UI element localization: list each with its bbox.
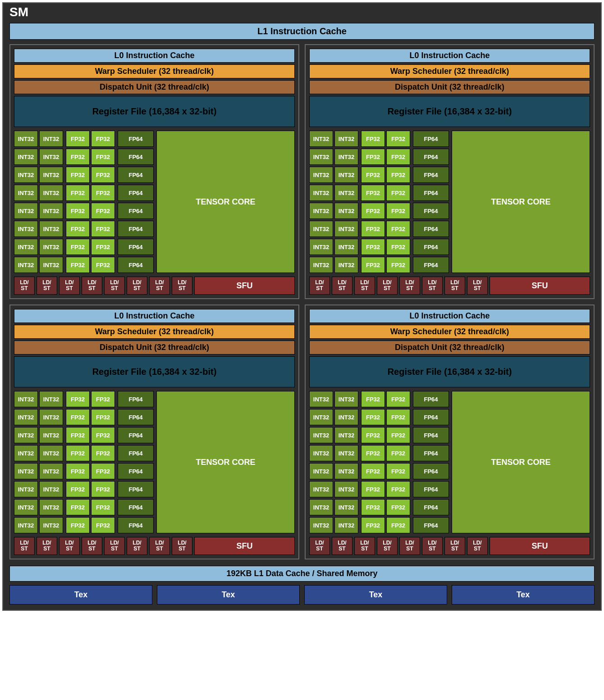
l0-instruction-cache: L0 Instruction Cache: [14, 49, 295, 63]
ldst-unit: LD/ST: [37, 537, 57, 555]
fp64-unit: FP64: [118, 481, 154, 497]
ldst-unit: LD/ST: [377, 537, 398, 555]
fp32-unit: FP32: [66, 517, 90, 533]
fp32-unit: FP32: [361, 517, 385, 533]
int32-unit: INT32: [39, 391, 63, 407]
int32-unit: INT32: [14, 167, 38, 183]
fp32-unit: FP32: [361, 221, 385, 237]
int32-unit: INT32: [334, 481, 358, 497]
fp32-column: FP32FP32FP32FP32FP32FP32FP32FP32FP32FP32…: [361, 131, 410, 273]
int32-unit: INT32: [309, 131, 333, 147]
int32-unit: INT32: [14, 427, 38, 443]
partition: L0 Instruction CacheWarp Scheduler (32 t…: [305, 44, 595, 299]
tex-unit: Tex: [9, 585, 152, 605]
ldst-unit: LD/ST: [104, 277, 125, 295]
fp64-unit: FP64: [118, 221, 154, 237]
int32-unit: INT32: [14, 221, 38, 237]
sm-container: SM L1 Instruction Cache L0 Instruction C…: [2, 2, 602, 611]
fp64-unit: FP64: [118, 167, 154, 183]
l1-data-cache: 192KB L1 Data Cache / Shared Memory: [9, 566, 595, 582]
ldst-unit: LD/ST: [399, 277, 420, 295]
int32-unit: INT32: [14, 257, 38, 273]
fp32-unit: FP32: [386, 239, 410, 255]
int32-unit: INT32: [14, 149, 38, 165]
fp32-unit: FP32: [386, 445, 410, 461]
fp64-unit: FP64: [118, 131, 154, 147]
fp32-unit: FP32: [91, 221, 115, 237]
fp32-unit: FP32: [91, 185, 115, 201]
ldst-unit: LD/ST: [332, 537, 352, 555]
int32-unit: INT32: [14, 131, 38, 147]
ldst-unit: LD/ST: [422, 277, 443, 295]
sfu-unit: SFU: [490, 537, 590, 555]
int32-unit: INT32: [334, 463, 358, 479]
fp64-unit: FP64: [118, 409, 154, 425]
fp32-unit: FP32: [361, 257, 385, 273]
fp64-column: FP64FP64FP64FP64FP64FP64FP64FP64: [413, 131, 449, 273]
fp32-unit: FP32: [66, 445, 90, 461]
ldst-unit: LD/ST: [467, 537, 488, 555]
ldst-unit: LD/ST: [127, 537, 147, 555]
register-file: Register File (16,384 x 32-bit): [309, 356, 590, 387]
execution-units: INT32INT32INT32INT32INT32INT32INT32INT32…: [14, 131, 295, 273]
int32-unit: INT32: [309, 185, 333, 201]
fp32-unit: FP32: [386, 517, 410, 533]
int32-column: INT32INT32INT32INT32INT32INT32INT32INT32…: [309, 131, 358, 273]
int32-unit: INT32: [309, 481, 333, 497]
int32-unit: INT32: [334, 391, 358, 407]
ldst-row: LD/STLD/STLD/STLD/STLD/STLD/STLD/STLD/ST…: [309, 277, 590, 295]
partitions-grid: L0 Instruction CacheWarp Scheduler (32 t…: [3, 44, 601, 565]
fp64-unit: FP64: [413, 167, 449, 183]
fp32-unit: FP32: [386, 409, 410, 425]
fp32-unit: FP32: [66, 499, 90, 515]
ldst-unit: LD/ST: [14, 537, 35, 555]
fp64-unit: FP64: [413, 257, 449, 273]
partition: L0 Instruction CacheWarp Scheduler (32 t…: [9, 44, 299, 299]
ldst-unit: LD/ST: [467, 277, 488, 295]
fp32-unit: FP32: [91, 203, 115, 219]
fp64-unit: FP64: [118, 517, 154, 533]
fp64-unit: FP64: [118, 257, 154, 273]
fp32-column: FP32FP32FP32FP32FP32FP32FP32FP32FP32FP32…: [66, 131, 115, 273]
ldst-unit: LD/ST: [59, 537, 80, 555]
tex-unit: Tex: [304, 585, 447, 605]
l1-instruction-cache: L1 Instruction Cache: [9, 23, 595, 40]
int32-unit: INT32: [39, 409, 63, 425]
fp64-unit: FP64: [118, 203, 154, 219]
int32-unit: INT32: [14, 239, 38, 255]
fp32-unit: FP32: [361, 131, 385, 147]
int32-unit: INT32: [309, 239, 333, 255]
dispatch-unit: Dispatch Unit (32 thread/clk): [309, 80, 590, 94]
fp32-unit: FP32: [386, 203, 410, 219]
partition: L0 Instruction CacheWarp Scheduler (32 t…: [9, 305, 299, 559]
fp64-unit: FP64: [413, 149, 449, 165]
int32-unit: INT32: [334, 185, 358, 201]
ldst-unit: LD/ST: [104, 537, 125, 555]
execution-units: INT32INT32INT32INT32INT32INT32INT32INT32…: [309, 391, 590, 533]
fp64-unit: FP64: [413, 131, 449, 147]
fp64-unit: FP64: [118, 149, 154, 165]
fp64-unit: FP64: [413, 463, 449, 479]
fp64-unit: FP64: [413, 445, 449, 461]
int32-unit: INT32: [309, 427, 333, 443]
fp32-unit: FP32: [91, 499, 115, 515]
int32-unit: INT32: [309, 409, 333, 425]
int32-unit: INT32: [334, 445, 358, 461]
ldst-unit: LD/ST: [332, 277, 352, 295]
int32-unit: INT32: [334, 167, 358, 183]
ldst-unit: LD/ST: [172, 537, 192, 555]
dispatch-unit: Dispatch Unit (32 thread/clk): [14, 80, 295, 94]
register-file: Register File (16,384 x 32-bit): [14, 356, 295, 387]
fp32-unit: FP32: [361, 391, 385, 407]
sfu-unit: SFU: [490, 277, 590, 295]
fp64-column: FP64FP64FP64FP64FP64FP64FP64FP64: [118, 131, 154, 273]
ldst-unit: LD/ST: [399, 537, 420, 555]
int32-unit: INT32: [334, 499, 358, 515]
int32-unit: INT32: [334, 203, 358, 219]
fp64-unit: FP64: [413, 239, 449, 255]
ldst-unit: LD/ST: [422, 537, 443, 555]
ldst-row: LD/STLD/STLD/STLD/STLD/STLD/STLD/STLD/ST…: [14, 277, 295, 295]
int32-unit: INT32: [309, 517, 333, 533]
fp32-unit: FP32: [66, 131, 90, 147]
fp32-unit: FP32: [361, 185, 385, 201]
